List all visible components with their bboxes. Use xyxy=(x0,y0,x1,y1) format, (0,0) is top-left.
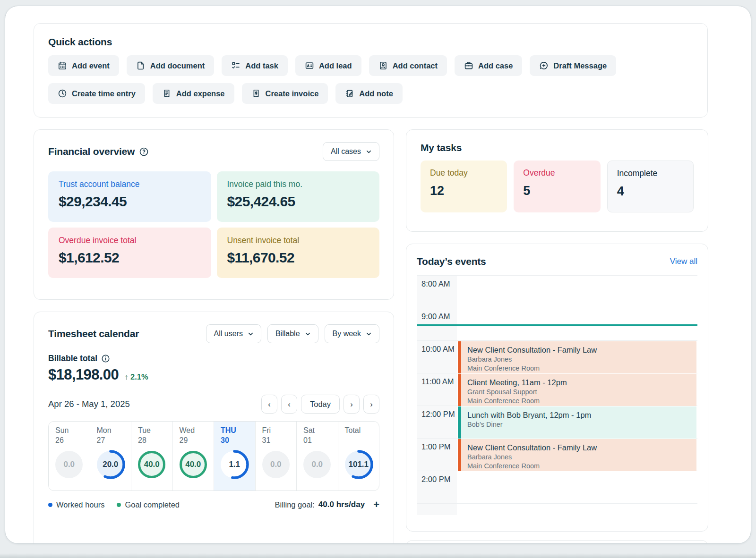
day-name: Wed xyxy=(173,426,214,435)
today-button[interactable]: Today xyxy=(301,395,340,414)
billable-filter-dropdown[interactable]: Billable xyxy=(267,324,318,343)
calendar-row-partial xyxy=(417,504,697,515)
clock-icon xyxy=(58,89,67,98)
event-11am[interactable]: Client Meeting, 11am - 12pm Grant Spousa… xyxy=(458,374,696,406)
hours-circle-complete: 40.0 xyxy=(138,451,165,478)
day-date xyxy=(338,436,379,446)
event-title: New Client Consultation - Family Law xyxy=(467,442,692,453)
day-name: Fri xyxy=(256,426,297,435)
up-arrow-icon: ↑ xyxy=(124,372,128,381)
cases-filter-dropdown[interactable]: All cases xyxy=(323,142,379,161)
period-filter-dropdown[interactable]: By week xyxy=(325,324,379,343)
overdue-invoice-tile: Overdue invoice total $1,612.52 xyxy=(48,228,211,278)
time-slot[interactable] xyxy=(456,276,697,308)
due-today-tile[interactable]: Due today 12 xyxy=(421,161,507,212)
day-date: 31 xyxy=(256,436,297,446)
week-navigation: ‹ ‹ Today › › xyxy=(261,395,379,414)
button-label: Add note xyxy=(359,89,393,98)
add-billing-goal-icon[interactable]: + xyxy=(373,499,379,510)
day-date: 29 xyxy=(173,436,214,446)
day-column-tue[interactable]: Tue 28 40.0 xyxy=(131,422,172,490)
event-title: New Client Consultation - Family Law xyxy=(467,345,692,355)
users-filter-dropdown[interactable]: All users xyxy=(206,324,261,343)
event-location: Main Conference Room xyxy=(467,462,692,471)
day-date: 28 xyxy=(131,436,172,446)
filter-label: All users xyxy=(214,330,243,338)
previous-week-button[interactable]: ‹ xyxy=(281,395,297,414)
button-label: Add case xyxy=(478,61,513,70)
draft-message-button[interactable]: Draft Message xyxy=(530,55,616,76)
add-lead-button[interactable]: Add lead xyxy=(295,55,361,76)
day-name: Sun xyxy=(49,426,90,435)
chevron-down-icon xyxy=(304,330,311,338)
timesheet-filters: All users Billable By week xyxy=(206,324,379,343)
total-column: Total 101.1 xyxy=(338,422,379,490)
add-task-button[interactable]: Add task xyxy=(222,55,288,76)
tile-label: Unsent invoice total xyxy=(227,236,369,245)
help-circle-icon[interactable] xyxy=(139,147,149,157)
info-circle-icon[interactable] xyxy=(101,354,110,363)
timesheet-legend: Worked hours Goal completed Billing goal… xyxy=(48,499,379,510)
invoice-icon xyxy=(251,89,261,98)
time-slot[interactable] xyxy=(456,471,697,503)
tile-label: Trust account balance xyxy=(59,179,201,189)
add-document-button[interactable]: Add document xyxy=(127,55,215,76)
day-column-sun[interactable]: Sun 26 0.0 xyxy=(49,422,90,490)
day-name: Total xyxy=(338,426,379,435)
main-panel: Quick actions Add event Add document Add… xyxy=(5,6,751,544)
filter-label: By week xyxy=(333,330,361,338)
legend-goal-completed: Goal completed xyxy=(117,500,180,509)
button-label: Add event xyxy=(72,61,110,70)
checklist-icon xyxy=(231,61,241,70)
next-card-partial xyxy=(406,540,708,544)
hours-circle: 101.1 xyxy=(345,451,372,478)
add-expense-button[interactable]: Add expense xyxy=(153,83,234,104)
legend-label: Worked hours xyxy=(56,500,104,509)
day-column-thu-today[interactable]: THU 30 1.1 xyxy=(214,422,255,490)
event-attendee: Barbara Jones xyxy=(467,355,692,364)
legend-label: Goal completed xyxy=(125,500,180,509)
filter-label: Billable xyxy=(275,330,300,338)
tile-value: $25,424.65 xyxy=(227,194,369,210)
day-column-sat[interactable]: Sat 01 0.0 xyxy=(296,422,338,490)
day-column-wed[interactable]: Wed 29 40.0 xyxy=(172,422,214,490)
event-1pm[interactable]: New Client Consultation - Family Law Bar… xyxy=(458,439,696,471)
time-slot[interactable] xyxy=(456,504,697,515)
day-column-fri[interactable]: Fri 31 0.0 xyxy=(255,422,297,490)
jump-forward-button[interactable]: › xyxy=(363,395,379,414)
day-date: 01 xyxy=(297,436,338,446)
hours-value: 40.0 xyxy=(144,460,160,469)
jump-back-button[interactable]: ‹ xyxy=(261,395,277,414)
button-label: Add task xyxy=(245,61,278,70)
event-attendee: Barbara Jones xyxy=(467,453,692,462)
quick-actions-buttons: Add event Add document Add task Add lead… xyxy=(48,55,672,104)
add-case-button[interactable]: Add case xyxy=(455,55,522,76)
day-name: Sat xyxy=(297,426,338,435)
cases-filter-label: All cases xyxy=(331,147,361,156)
chevron-down-icon xyxy=(247,330,254,338)
overdue-tasks-tile[interactable]: Overdue 5 xyxy=(514,161,600,212)
create-invoice-button[interactable]: Create invoice xyxy=(242,83,328,104)
add-event-button[interactable]: Add event xyxy=(48,55,119,76)
todays-events-card: Today’s events View all 8:00 AM 9:00 AM … xyxy=(406,244,708,532)
incomplete-tasks-tile[interactable]: Incomplete 4 xyxy=(607,161,694,212)
day-date: 26 xyxy=(49,436,90,446)
event-title: Lunch with Bob Bryant, 12pm - 1pm xyxy=(467,410,692,420)
event-12pm[interactable]: Lunch with Bob Bryant, 12pm - 1pm Bob’s … xyxy=(458,406,696,439)
add-note-button[interactable]: Add note xyxy=(335,83,403,104)
create-time-entry-button[interactable]: Create time entry xyxy=(48,83,145,104)
billing-goal-label: Billing goal: xyxy=(275,500,314,509)
tile-value: 12 xyxy=(430,184,498,198)
chevron-left-icon: ‹ xyxy=(288,400,291,409)
button-label: Add document xyxy=(150,61,205,70)
my-tasks-tiles: Due today 12 Overdue 5 Incomplete 4 xyxy=(421,161,694,212)
billing-goal-value: 40.0 hrs/day xyxy=(318,500,365,509)
day-column-mon[interactable]: Mon 27 20.0 xyxy=(90,422,131,490)
quick-actions-title: Quick actions xyxy=(48,36,693,48)
event-10am[interactable]: New Client Consultation - Family Law Bar… xyxy=(458,341,696,373)
time-label: 10:00 AM xyxy=(417,341,456,373)
next-week-button[interactable]: › xyxy=(344,395,360,414)
hours-value: 40.0 xyxy=(185,460,201,469)
add-contact-button[interactable]: Add contact xyxy=(369,55,447,76)
view-all-link[interactable]: View all xyxy=(670,257,697,266)
